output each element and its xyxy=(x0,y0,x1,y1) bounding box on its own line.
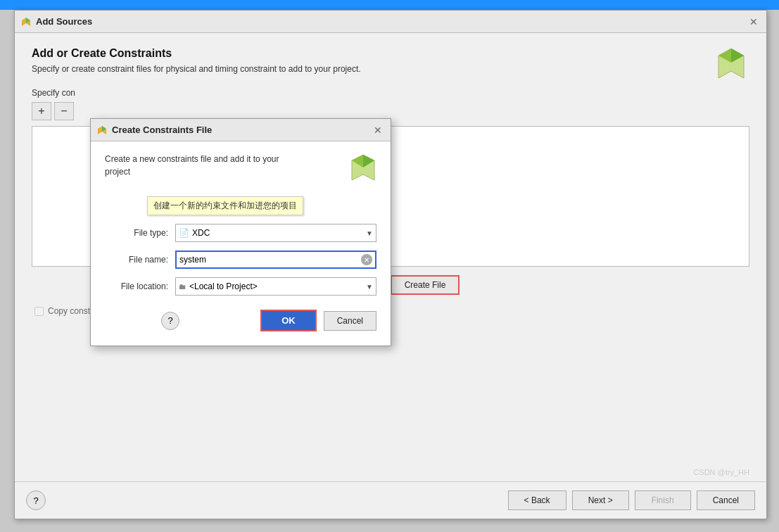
file-type-select[interactable]: 📄 XDC ▼ xyxy=(175,224,376,242)
file-location-chevron-icon: ▼ xyxy=(366,283,373,291)
inner-description: Create a new constraints file and add it… xyxy=(105,153,302,178)
file-type-label: File type: xyxy=(105,228,175,238)
inner-help-button[interactable]: ? xyxy=(161,312,179,330)
finish-button[interactable]: Finish xyxy=(635,490,691,510)
copy-constraints-checkbox[interactable] xyxy=(34,307,44,316)
file-name-input-wrapper: ✕ xyxy=(175,251,376,269)
inner-title-left: Create Constraints File xyxy=(96,125,212,136)
outer-close-button[interactable]: ✕ xyxy=(747,15,761,29)
cancel-button[interactable]: Cancel xyxy=(697,490,755,510)
inner-dialog-title: Create Constraints File xyxy=(112,125,212,135)
create-file-button[interactable]: Create File xyxy=(391,275,460,295)
add-button[interactable]: + xyxy=(32,102,51,120)
bottom-nav-bar: ? < Back Next > Finish Cancel xyxy=(15,481,766,519)
inner-button-row: ? OK Cancel xyxy=(105,310,376,331)
inner-content-area: Create a new constraints file and add it… xyxy=(91,141,391,346)
file-type-file-icon: 📄 xyxy=(179,228,189,238)
vivado-main-logo xyxy=(716,46,747,82)
watermark: CSDN @try_HH xyxy=(693,468,749,476)
inner-title-bar: Create Constraints File ✕ xyxy=(91,119,391,141)
vivado-title-icon xyxy=(20,16,32,27)
outer-dialog-title: Add Sources xyxy=(36,16,92,27)
inner-vivado-icon xyxy=(96,125,108,136)
file-name-clear-button[interactable]: ✕ xyxy=(361,254,372,265)
file-type-row: File type: 📄 XDC ▼ xyxy=(105,224,376,242)
create-constraints-dialog: Create Constraints File ✕ Create a new c… xyxy=(90,118,391,346)
folder-icon: 🖿 xyxy=(179,282,186,291)
file-location-select[interactable]: 🖿 <Local to Project> ▼ xyxy=(175,277,376,296)
ok-button[interactable]: OK xyxy=(260,310,317,331)
file-name-control: ✕ xyxy=(175,251,376,269)
file-location-value: <Local to Project> xyxy=(189,281,363,291)
inner-cancel-button[interactable]: Cancel xyxy=(324,311,376,331)
back-button[interactable]: < Back xyxy=(508,490,566,510)
specify-label: Specify con xyxy=(32,88,749,98)
inner-vivado-logo xyxy=(350,153,376,184)
inner-desc-row: Create a new constraints file and add it… xyxy=(105,153,376,184)
tooltip-popup: 创建一个新的约束文件和加进您的项目 xyxy=(147,196,303,215)
vivado-logo-area xyxy=(716,46,747,84)
file-name-input[interactable] xyxy=(179,255,358,265)
file-type-value: XDC xyxy=(192,228,363,238)
remove-button[interactable]: − xyxy=(54,102,74,120)
file-location-control: 🖿 <Local to Project> ▼ xyxy=(175,277,376,296)
file-location-label: File location: xyxy=(105,281,175,291)
inner-close-button[interactable]: ✕ xyxy=(371,123,385,137)
file-type-control: 📄 XDC ▼ xyxy=(175,224,376,242)
next-button[interactable]: Next > xyxy=(572,490,629,510)
outer-title-left: Add Sources xyxy=(20,16,92,27)
help-button[interactable]: ? xyxy=(26,490,46,510)
file-location-row: File location: 🖿 <Local to Project> ▼ xyxy=(105,277,376,296)
file-name-row: File name: ✕ xyxy=(105,251,376,269)
file-name-label: File name: xyxy=(105,255,175,265)
top-hint-bar xyxy=(0,0,779,10)
main-subtitle: Specify or create constraint files for p… xyxy=(32,64,749,74)
file-type-chevron-icon: ▼ xyxy=(366,229,373,237)
outer-title-bar: Add Sources ✕ xyxy=(15,11,766,33)
main-title: Add or Create Constraints xyxy=(32,47,749,60)
